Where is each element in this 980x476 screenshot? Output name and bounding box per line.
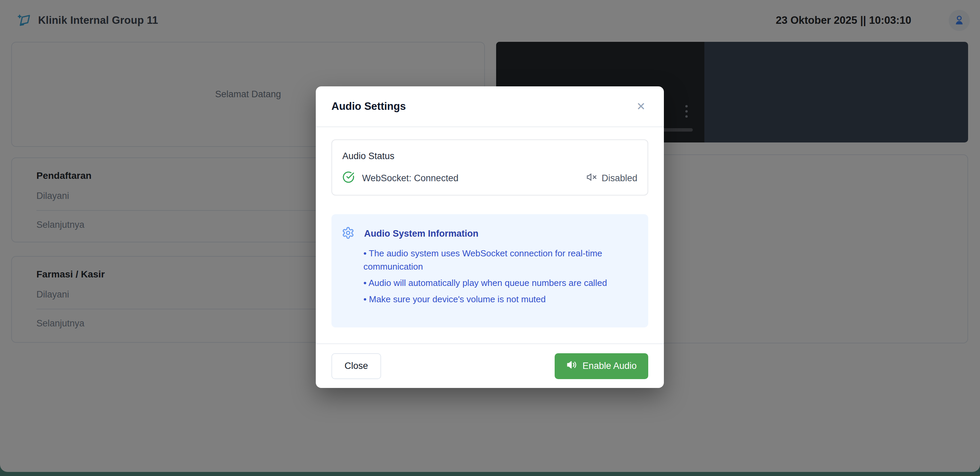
- audio-info-heading: Audio System Information: [364, 228, 479, 239]
- close-icon[interactable]: ✕: [633, 100, 648, 113]
- modal-footer: Close Enable Audio: [316, 343, 664, 388]
- info-bullet: • The audio system uses WebSocket connec…: [363, 247, 632, 273]
- modal-header: Audio Settings ✕: [316, 86, 664, 127]
- check-circle-icon: [342, 171, 355, 186]
- websocket-status-text: WebSocket: Connected: [362, 173, 458, 184]
- gear-icon: [342, 227, 355, 241]
- enable-audio-button[interactable]: Enable Audio: [555, 353, 648, 379]
- info-bullet: • Make sure your device's volume is not …: [363, 293, 632, 306]
- modal-title: Audio Settings: [331, 100, 406, 113]
- audio-info-box: Audio System Information • The audio sys…: [331, 214, 648, 327]
- enable-audio-label: Enable Audio: [582, 361, 637, 371]
- volume-on-icon: [566, 359, 577, 373]
- audio-state-text: Disabled: [601, 173, 637, 184]
- modal-body: Audio Status WebSocket: Connected: [316, 127, 664, 343]
- audio-settings-modal: Audio Settings ✕ Audio Status WebSocket:…: [316, 86, 664, 388]
- audio-info-bullets: • The audio system uses WebSocket connec…: [363, 247, 632, 306]
- audio-status-heading: Audio Status: [342, 151, 637, 162]
- volume-muted-icon: [586, 172, 597, 185]
- audio-status-card: Audio Status WebSocket: Connected: [331, 140, 648, 195]
- info-bullet: • Audio will automatically play when que…: [363, 276, 632, 290]
- close-button[interactable]: Close: [331, 353, 381, 379]
